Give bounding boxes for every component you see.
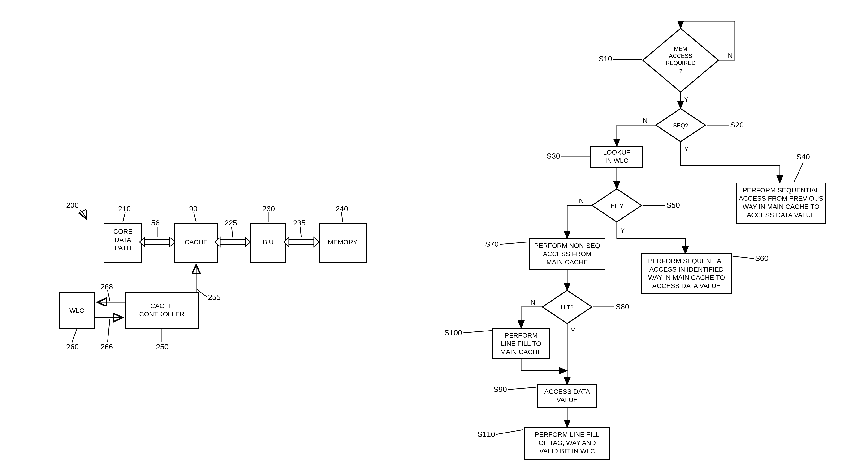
svg-text:WAY IN MAIN CACHE TO: WAY IN MAIN CACHE TO [743, 203, 819, 210]
svg-text:OF TAG, WAY AND: OF TAG, WAY AND [538, 439, 596, 446]
bus-225: 225 [215, 218, 250, 247]
wlc-controller-arrows: 268 266 [95, 282, 125, 351]
svg-text:PERFORM SEQUENTIAL: PERFORM SEQUENTIAL [648, 258, 725, 265]
svg-text:ACCESS FROM PREVIOUS: ACCESS FROM PREVIOUS [739, 195, 823, 202]
svg-text:250: 250 [156, 343, 168, 351]
svg-text:PERFORM LINE FILL: PERFORM LINE FILL [535, 431, 599, 438]
s110-block: PERFORM LINE FILL OF TAG, WAY AND VALID … [477, 428, 610, 459]
svg-text:S90: S90 [493, 385, 507, 394]
svg-text:REQUIRED: REQUIRED [666, 60, 696, 66]
bus-235: 235 [284, 218, 319, 247]
svg-text:MEM: MEM [674, 45, 687, 52]
svg-text:S20: S20 [730, 121, 744, 129]
svg-text:266: 266 [100, 343, 113, 351]
s80-to-s100 [521, 307, 542, 328]
svg-text:PERFORM NON-SEQ: PERFORM NON-SEQ [534, 242, 600, 249]
svg-text:WAY IN MAIN CACHE TO: WAY IN MAIN CACHE TO [648, 274, 725, 281]
s50-to-s70 [567, 205, 592, 238]
bus-56: 56 [140, 218, 175, 247]
svg-text:ACCESS IN IDENTIFIED: ACCESS IN IDENTIFIED [649, 266, 723, 273]
svg-text:CACHE: CACHE [150, 302, 174, 310]
svg-text:VALUE: VALUE [557, 396, 578, 404]
cache-controller-block: CACHE CONTROLLER 250 [125, 293, 198, 351]
svg-text:255: 255 [208, 293, 220, 302]
svg-text:LOOKUP: LOOKUP [603, 149, 631, 156]
svg-text:HIT?: HIT? [611, 203, 623, 209]
s80-n-label: N [530, 299, 535, 306]
svg-text:MAIN CACHE: MAIN CACHE [546, 259, 588, 266]
svg-text:MAIN CACHE: MAIN CACHE [500, 348, 542, 355]
svg-text:CONTROLLER: CONTROLLER [139, 310, 184, 318]
svg-text:HIT?: HIT? [561, 304, 573, 310]
svg-text:S40: S40 [796, 152, 810, 161]
svg-text:S100: S100 [444, 329, 462, 337]
s60-block: PERFORM SEQUENTIAL ACCESS IN IDENTIFIED … [642, 254, 769, 294]
s40-block: PERFORM SEQUENTIAL ACCESS FROM PREVIOUS … [736, 152, 826, 223]
s20-n-label: N [643, 117, 648, 124]
svg-text:ACCESS DATA: ACCESS DATA [544, 388, 590, 395]
leader-210 [123, 212, 125, 222]
svg-text:S60: S60 [755, 254, 769, 263]
svg-text:IN WLC: IN WLC [605, 157, 628, 164]
svg-text:DATA: DATA [115, 236, 131, 243]
s100-block: PERFORM LINE FILL TO MAIN CACHE S100 [444, 328, 550, 359]
svg-text:210: 210 [118, 204, 131, 213]
svg-text:?: ? [679, 68, 682, 74]
wlc-block: WLC 260 [59, 293, 95, 351]
svg-text:PATH: PATH [115, 244, 131, 252]
s80-y-label: Y [571, 327, 575, 334]
core-data-path-block: CORE DATA PATH 210 [104, 204, 142, 262]
s20-y-label: Y [684, 145, 689, 152]
svg-text:ACCESS: ACCESS [669, 53, 692, 59]
ref-200: 200 [66, 201, 79, 209]
svg-text:235: 235 [293, 218, 306, 227]
ref-arrow-200 [80, 210, 86, 218]
s50-to-s60 [617, 222, 685, 254]
cache-block: CACHE 90 [175, 204, 217, 262]
svg-text:LINE FILL TO: LINE FILL TO [501, 340, 541, 347]
svg-text:S80: S80 [616, 302, 629, 311]
svg-text:S110: S110 [477, 430, 495, 438]
svg-text:MEMORY: MEMORY [328, 238, 358, 246]
s20-to-s30 [617, 125, 656, 146]
s70-block: PERFORM NON-SEQ ACCESS FROM MAIN CACHE S… [485, 238, 605, 269]
biu-block: BIU 230 [250, 204, 286, 262]
s80-decision: HIT? S80 [542, 291, 629, 324]
svg-text:SEQ?: SEQ? [673, 122, 688, 129]
svg-text:230: 230 [262, 204, 275, 213]
svg-text:S10: S10 [598, 55, 612, 63]
flowchart: MEM ACCESS REQUIRED ? S10 N Y SEQ? S20 N… [444, 21, 826, 459]
svg-text:VALID BIT IN WLC: VALID BIT IN WLC [539, 447, 595, 455]
s10-y-label: Y [684, 96, 689, 103]
svg-text:240: 240 [336, 204, 348, 213]
svg-text:CACHE: CACHE [185, 238, 208, 246]
svg-text:CORE: CORE [114, 228, 132, 235]
svg-text:225: 225 [224, 218, 237, 227]
svg-text:PERFORM: PERFORM [504, 332, 538, 339]
s10-decision: MEM ACCESS REQUIRED ? S10 [598, 28, 718, 92]
s50-n-label: N [579, 197, 584, 204]
svg-text:ACCESS DATA VALUE: ACCESS DATA VALUE [747, 211, 815, 218]
memory-block: MEMORY 240 [319, 204, 366, 262]
svg-text:BIU: BIU [263, 238, 274, 246]
svg-text:WLC: WLC [69, 307, 84, 314]
svg-text:260: 260 [66, 343, 79, 351]
svg-text:PERFORM SEQUENTIAL: PERFORM SEQUENTIAL [743, 186, 819, 194]
svg-text:90: 90 [189, 204, 197, 213]
svg-text:S70: S70 [485, 240, 499, 248]
svg-text:268: 268 [100, 282, 113, 291]
s100-merge [521, 359, 567, 371]
s90-block: ACCESS DATA VALUE S90 [493, 385, 597, 407]
svg-text:ACCESS DATA VALUE: ACCESS DATA VALUE [652, 282, 720, 290]
s20-decision: SEQ? S20 [656, 109, 744, 142]
svg-text:S30: S30 [547, 152, 560, 160]
svg-text:ACCESS FROM: ACCESS FROM [543, 250, 591, 258]
s50-y-label: Y [620, 227, 625, 234]
s10-n-label: N [728, 52, 733, 59]
svg-text:56: 56 [151, 218, 160, 227]
s30-block: LOOKUP IN WLC S30 [547, 146, 643, 168]
s20-to-s40 [681, 142, 780, 183]
controller-to-cache: 255 [196, 266, 220, 302]
block-diagram: 200 CORE DATA PATH 210 56 CACHE 90 [59, 201, 366, 351]
s50-decision: HIT? S50 [592, 189, 680, 222]
